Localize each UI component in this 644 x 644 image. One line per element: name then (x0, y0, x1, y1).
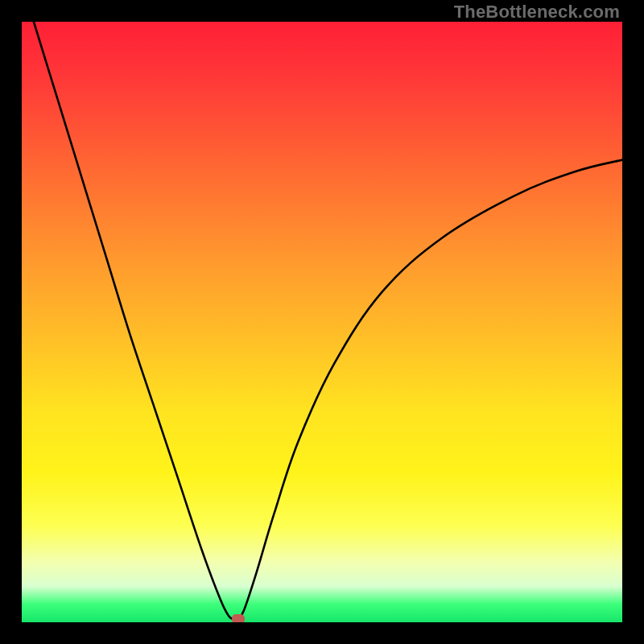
chart-stage: TheBottleneck.com (0, 0, 644, 644)
plot-area (22, 22, 622, 622)
attribution-text: TheBottleneck.com (454, 2, 620, 23)
curve-right-branch (238, 160, 622, 620)
curve-layer (22, 22, 622, 622)
minimum-marker (232, 614, 245, 622)
curve-left-branch (34, 22, 235, 619)
